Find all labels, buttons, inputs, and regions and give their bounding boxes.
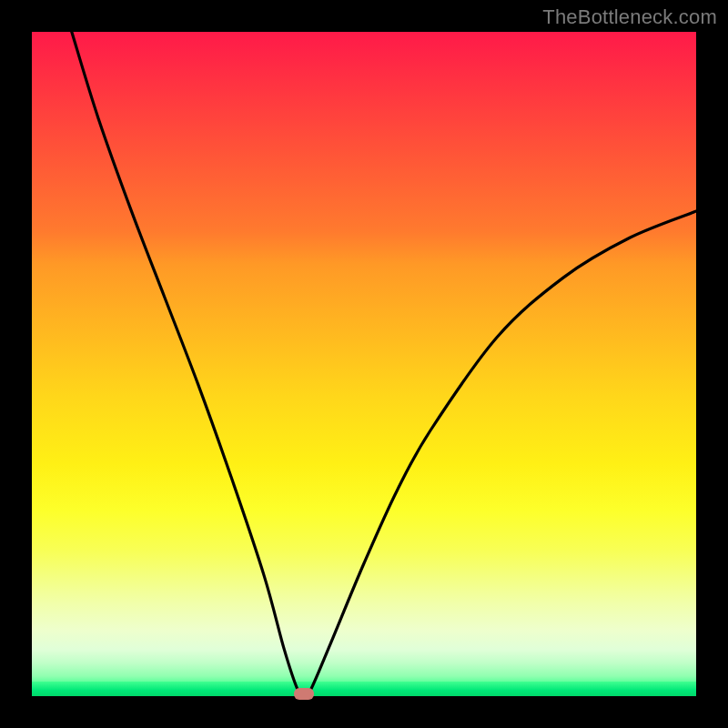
chart-frame: TheBottleneck.com	[0, 0, 728, 728]
watermark-text: TheBottleneck.com	[542, 5, 717, 29]
curve-svg	[32, 32, 696, 696]
minimum-marker	[294, 688, 314, 700]
plot-area	[32, 32, 696, 696]
bottleneck-curve-path	[72, 32, 696, 696]
